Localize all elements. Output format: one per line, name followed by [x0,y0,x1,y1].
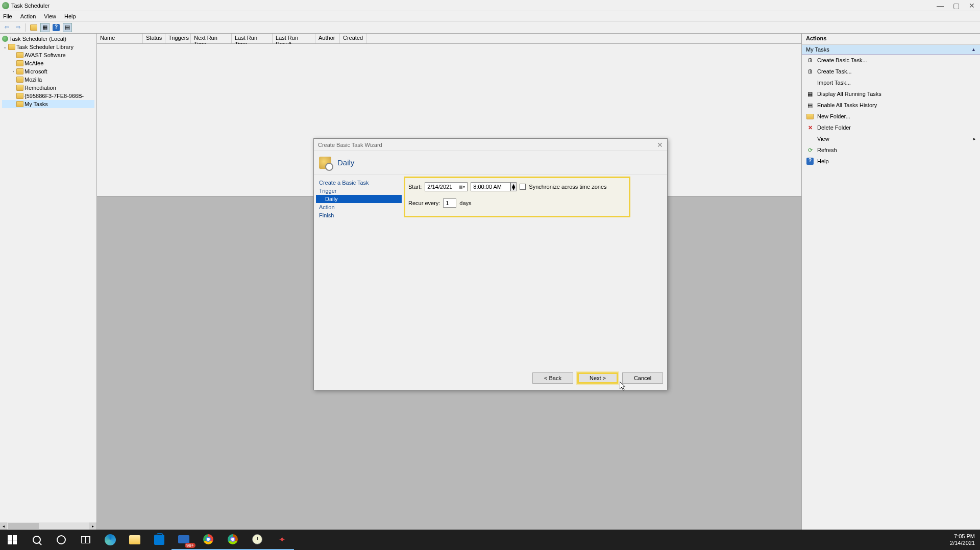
col-triggers[interactable]: Triggers [165,34,191,43]
back-button[interactable]: ⇦ [2,23,11,32]
wiz-daily[interactable]: Daily [316,195,402,203]
app-icon [2,2,9,9]
tree-item-remediation[interactable]: Remediation [2,84,94,92]
menu-view[interactable]: View [44,13,56,19]
properties-button[interactable]: ▦ [40,23,50,32]
help-toolbar-button[interactable]: ? [52,23,61,32]
tree-root[interactable]: Task Scheduler (Local) [2,35,94,43]
scroll-left-icon[interactable]: ◂ [0,522,7,530]
titlebar: Task Scheduler — ▢ ✕ [0,0,980,11]
forward-button[interactable]: ⇨ [13,23,22,32]
tray-clock[interactable]: 7:05 PM 2/14/2021 [950,533,975,546]
chrome2-button[interactable] [220,530,245,550]
toolbar-extra-button[interactable]: ▤ [63,23,72,32]
action-help[interactable]: ?Help [802,156,980,167]
folder-icon [16,68,23,74]
calendar-dropdown-icon[interactable]: ▦▾ [459,185,465,189]
col-status[interactable]: Status [143,34,165,43]
scroll-right-icon[interactable]: ▸ [89,522,96,530]
action-create-task[interactable]: 🗓Create Task... [802,66,980,77]
wiz-action[interactable]: Action [316,203,402,211]
action-import-task[interactable]: Import Task... [802,77,980,88]
edge-button[interactable] [98,530,122,550]
back-button[interactable]: < Back [532,372,573,384]
app-icon: ✦ [279,535,285,544]
maximize-button[interactable]: ▢ [953,2,960,10]
menu-action[interactable]: Action [20,13,36,19]
action-enable-history[interactable]: ▤Enable All Tasks History [802,99,980,111]
tree-library[interactable]: ⌄ Task Scheduler Library [2,43,94,51]
explorer-button[interactable] [122,530,147,550]
app-button[interactable]: ✦ [270,530,294,550]
folder-icon [16,85,23,91]
expand-toggle[interactable]: › [10,69,16,74]
actions-section[interactable]: My Tasks ▲ [802,45,980,55]
col-next-run[interactable]: Next Run Time [191,34,232,43]
tree-item-mcafee[interactable]: McAfee [2,59,94,67]
start-button[interactable] [0,530,24,550]
chrome-button[interactable] [196,530,220,550]
search-icon [33,536,41,544]
action-view[interactable]: View▸ [802,133,980,144]
running-icon: ▦ [806,90,814,98]
action-refresh[interactable]: ⟳Refresh [802,144,980,156]
camera-button[interactable]: 99+ [172,530,196,550]
taskview-button[interactable] [74,530,98,550]
col-last-run[interactable]: Last Run Time [232,34,273,43]
windows-icon [8,535,17,544]
help-icon: ? [806,157,814,165]
wiz-trigger[interactable]: Trigger [316,187,402,195]
action-display-running[interactable]: ▦Display All Running Tasks [802,88,980,99]
sync-checkbox[interactable] [520,184,526,190]
recur-input[interactable] [443,198,456,208]
taskview-icon [81,536,90,543]
col-author[interactable]: Author [315,34,340,43]
tree-scrollbar[interactable]: ◂ ▸ [0,522,96,530]
time-spinner[interactable]: ▲▼ [510,182,517,191]
cortana-button[interactable] [49,530,74,550]
menu-file[interactable]: File [3,13,12,19]
col-last-result[interactable]: Last Run Result [273,34,315,43]
col-spacer [366,34,801,43]
wiz-create[interactable]: Create a Basic Task [316,179,402,187]
time-input[interactable]: 8:00:00 AM [471,182,510,191]
cancel-button[interactable]: Cancel [622,372,663,384]
col-created[interactable]: Created [340,34,366,43]
app-title: Task Scheduler [11,3,50,9]
action-delete-folder[interactable]: ✕Delete Folder [802,122,980,133]
cortana-icon [57,535,66,544]
folder-icon [8,44,15,50]
recur-label: Recur every: [408,200,440,206]
menu-help[interactable]: Help [64,13,76,19]
next-button[interactable]: Next > [577,372,618,384]
actions-title: Actions [802,34,980,45]
col-name[interactable]: Name [97,34,143,43]
date-input[interactable]: 2/14/2021 ▦▾ [425,182,468,191]
wizard-icon: 🗓 [806,56,814,64]
tree-item-mytasks[interactable]: My Tasks [2,100,94,108]
days-label: days [459,200,471,206]
dialog-close-button[interactable]: ✕ [657,141,663,149]
action-new-folder[interactable]: New Folder... [802,111,980,122]
tree-item-avast[interactable]: AVAST Software [2,51,94,59]
up-button[interactable] [29,23,38,32]
tree-item-microsoft[interactable]: ›Microsoft [2,67,94,76]
expand-toggle[interactable]: ⌄ [2,44,8,49]
task-icon: 🗓 [806,67,814,76]
list-header: Name Status Triggers Next Run Time Last … [97,34,801,44]
clock-icon [252,534,262,544]
refresh-icon: ⟳ [806,146,814,154]
minimize-button[interactable]: — [937,2,944,10]
taskbar: 99+ ✦ 7:05 PM 2/14/2021 [0,530,980,550]
action-create-basic-task[interactable]: 🗓Create Basic Task... [802,55,980,66]
close-button[interactable]: ✕ [969,2,975,10]
wiz-finish[interactable]: Finish [316,211,402,219]
scroll-thumb[interactable] [8,523,39,529]
tree-item-mozilla[interactable]: Mozilla [2,76,94,84]
new-folder-icon [806,112,814,120]
tree-item-guid[interactable]: {595886F3-7FE8-966B- [2,92,94,100]
scheduler-button[interactable] [245,530,270,550]
folder-icon [16,77,23,83]
store-button[interactable] [147,530,172,550]
search-button[interactable] [24,530,49,550]
